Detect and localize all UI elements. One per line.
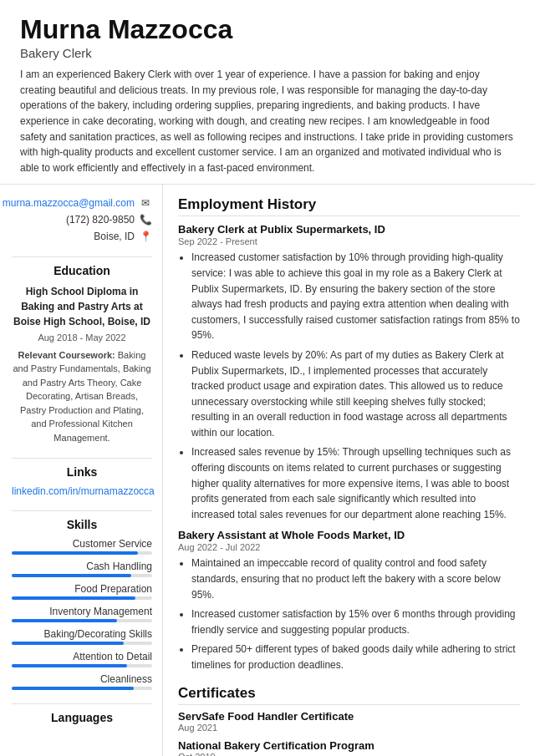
bullet-item: Increased customer satisfaction by 15% o… <box>191 606 520 637</box>
email-link[interactable]: murna.mazzocca@gmail.com <box>3 197 135 209</box>
cert-date: Oct 2019 <box>178 752 520 756</box>
job-dates: Sep 2022 - Present <box>178 236 520 246</box>
skill-bar-fill <box>12 619 117 622</box>
left-column: murna.mazzocca@gmail.com ✉ (172) 820-985… <box>0 185 163 756</box>
skill-bar-bg <box>12 551 152 555</box>
skill-bar-fill <box>12 551 138 555</box>
education-block: High School Diploma in Baking and Pastry… <box>12 284 152 444</box>
skill-bar-bg <box>12 596 152 600</box>
skill-item: Food Preparation <box>12 583 152 600</box>
linkedin-link[interactable]: linkedin.com/in/murnamazzocca <box>12 485 152 497</box>
divider-1 <box>12 256 152 257</box>
candidate-summary: I am an experienced Bakery Clerk with ov… <box>20 67 515 175</box>
skills-section: Skills Customer Service Cash Handling Fo… <box>12 518 152 690</box>
skill-item: Cleanliness <box>12 673 152 690</box>
links-title: Links <box>12 465 152 479</box>
skill-bar-bg <box>12 687 152 690</box>
skill-name: Customer Service <box>12 538 152 550</box>
skill-bar-fill <box>12 687 134 690</box>
education-section: Education High School Diploma in Baking … <box>12 264 152 444</box>
skill-bar-fill <box>12 664 127 667</box>
candidate-name: Murna Mazzocca <box>20 15 515 44</box>
phone-icon: 📞 <box>139 213 152 226</box>
job-bullets: Increased customer satisfaction by 10% t… <box>178 250 520 522</box>
job-block: Bakery Assistant at Whole Foods Market, … <box>178 529 520 672</box>
skill-bar-fill <box>12 574 131 577</box>
job-bullets: Maintained an impeccable record of quali… <box>178 556 520 672</box>
skills-list: Customer Service Cash Handling Food Prep… <box>12 538 152 690</box>
bullet-item: Maintained an impeccable record of quali… <box>191 556 520 602</box>
phone-value: (172) 820-9850 <box>66 214 135 226</box>
certificates-section: Certificates ServSafe Food Handler Certi… <box>178 685 520 756</box>
location-value: Boise, ID <box>94 231 135 242</box>
edu-dates: Aug 2018 - May 2022 <box>12 331 152 345</box>
skill-bar-bg <box>12 619 152 622</box>
degree-text: High School Diploma in Baking and Pastry… <box>13 286 150 327</box>
skill-item: Cash Handling <box>12 561 152 577</box>
location-item: Boise, ID 📍 <box>12 230 152 243</box>
skill-name: Inventory Management <box>12 606 152 617</box>
cert-date: Aug 2021 <box>178 723 520 733</box>
cert-item: ServSafe Food Handler Certificate Aug 20… <box>178 710 520 733</box>
languages-title: Languages <box>12 711 152 724</box>
candidate-title: Bakery Clerk <box>20 46 515 60</box>
job-block: Bakery Clerk at Publix Supermarkets, ID … <box>178 223 520 522</box>
divider-3 <box>12 510 152 511</box>
job-dates: Aug 2022 - Jul 2022 <box>178 542 520 552</box>
skill-bar-fill <box>12 642 124 645</box>
certificates-title: Certificates <box>178 685 520 705</box>
location-icon: 📍 <box>139 230 152 243</box>
employment-section: Employment History Bakery Clerk at Publi… <box>178 196 520 672</box>
edu-coursework: Relevant Coursework: Baking and Pastry F… <box>12 348 152 445</box>
skill-name: Food Preparation <box>12 583 152 595</box>
right-column: Employment History Bakery Clerk at Publi… <box>163 185 535 756</box>
coursework-text: Baking and Pastry Fundamentals, Baking a… <box>13 350 150 443</box>
cert-name: National Bakery Certification Program <box>178 739 520 752</box>
body-wrapper: murna.mazzocca@gmail.com ✉ (172) 820-985… <box>0 185 535 756</box>
skill-name: Baking/Decorating Skills <box>12 628 152 640</box>
skill-bar-bg <box>12 642 152 645</box>
employment-title: Employment History <box>178 196 520 216</box>
contact-section: murna.mazzocca@gmail.com ✉ (172) 820-985… <box>12 196 152 243</box>
job-title: Bakery Assistant at Whole Foods Market, … <box>178 529 520 541</box>
certs-list: ServSafe Food Handler Certificate Aug 20… <box>178 710 520 756</box>
cert-name: ServSafe Food Handler Certificate <box>178 710 520 723</box>
bullet-item: Increased customer satisfaction by 10% t… <box>191 250 520 343</box>
header: Murna Mazzocca Bakery Clerk I am an expe… <box>0 0 535 185</box>
cert-item: National Bakery Certification Program Oc… <box>178 739 520 756</box>
skill-name: Cleanliness <box>12 673 152 685</box>
skill-name: Attention to Detail <box>12 651 152 662</box>
skill-bar-bg <box>12 664 152 667</box>
skill-bar-fill <box>12 596 135 600</box>
job-title: Bakery Clerk at Publix Supermarkets, ID <box>178 223 520 236</box>
skills-title: Skills <box>12 518 152 531</box>
phone-item: (172) 820-9850 📞 <box>12 213 152 226</box>
education-title: Education <box>12 264 152 277</box>
jobs-list: Bakery Clerk at Publix Supermarkets, ID … <box>178 223 520 672</box>
divider-2 <box>12 458 152 459</box>
email-item: murna.mazzocca@gmail.com ✉ <box>12 196 152 210</box>
languages-section: Languages <box>12 711 152 724</box>
bullet-item: Prepared 50+ different types of baked go… <box>191 642 520 672</box>
skill-item: Inventory Management <box>12 606 152 622</box>
skill-name: Cash Handling <box>12 561 152 572</box>
bullet-item: Increased sales revenue by 15%: Through … <box>191 444 520 522</box>
coursework-label: Relevant Coursework: <box>18 350 115 360</box>
skill-item: Attention to Detail <box>12 651 152 667</box>
linkedin-item: linkedin.com/in/murnamazzocca <box>12 485 152 497</box>
email-icon: ✉ <box>139 196 152 210</box>
skill-item: Customer Service <box>12 538 152 555</box>
divider-4 <box>12 703 152 704</box>
skill-bar-bg <box>12 574 152 577</box>
links-section: Links linkedin.com/in/murnamazzocca <box>12 465 152 497</box>
skill-item: Baking/Decorating Skills <box>12 628 152 645</box>
bullet-item: Reduced waste levels by 20%: As part of … <box>191 348 520 441</box>
